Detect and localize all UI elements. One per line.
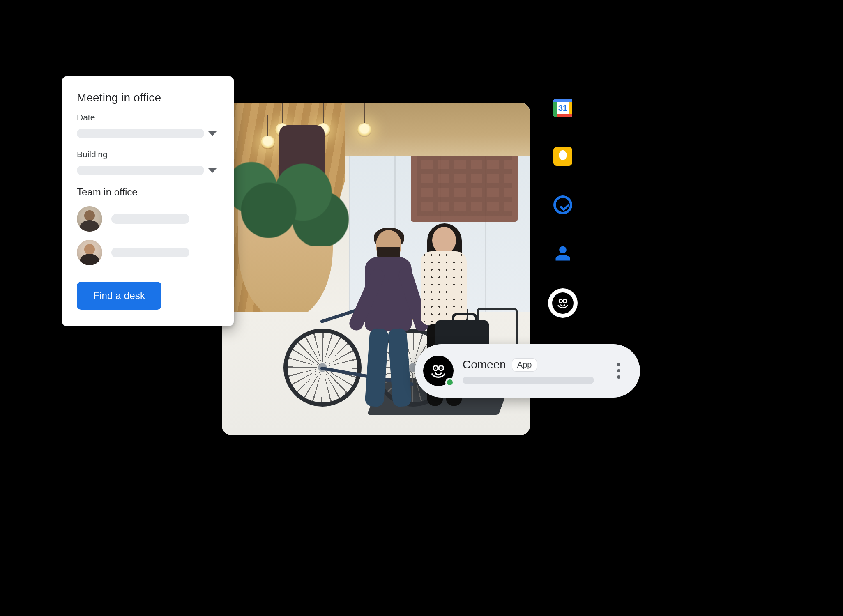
side-panel-rail: 31: [550, 99, 576, 318]
date-select[interactable]: [77, 129, 219, 138]
avatar: [77, 206, 102, 232]
message-preview-placeholder: [463, 377, 594, 384]
chat-app-pill[interactable]: Comeen App: [415, 344, 640, 398]
presence-active-dot: [445, 378, 454, 387]
team-member-row: [77, 206, 219, 232]
chat-app-name: Comeen: [463, 358, 506, 371]
google-keep-icon[interactable]: [553, 147, 572, 166]
building-value-placeholder: [77, 166, 204, 175]
google-contacts-icon[interactable]: [553, 244, 572, 263]
google-calendar-icon[interactable]: 31: [553, 99, 572, 117]
svg-point-2: [560, 301, 561, 301]
team-name-placeholder: [111, 248, 189, 257]
team-member-row: [77, 240, 219, 265]
google-tasks-icon[interactable]: [553, 195, 572, 214]
date-label: Date: [77, 113, 219, 122]
comeen-logo-icon: [423, 356, 454, 386]
meeting-card: Meeting in office Date Building Team in …: [62, 76, 234, 326]
chevron-down-icon: [208, 131, 217, 136]
more-options-button[interactable]: [611, 363, 626, 379]
svg-point-3: [564, 301, 565, 301]
find-desk-button[interactable]: Find a desk: [77, 282, 161, 310]
svg-point-6: [435, 368, 436, 369]
avatar: [77, 240, 102, 265]
svg-point-7: [440, 368, 442, 369]
building-label: Building: [77, 149, 219, 159]
team-name-placeholder: [111, 214, 189, 224]
comeen-addon-icon[interactable]: [548, 288, 578, 318]
chevron-down-icon: [208, 168, 217, 173]
date-value-placeholder: [77, 129, 204, 138]
building-select[interactable]: [77, 166, 219, 175]
app-badge: App: [512, 358, 537, 372]
team-heading: Team in office: [77, 186, 219, 198]
card-title: Meeting in office: [77, 91, 219, 104]
